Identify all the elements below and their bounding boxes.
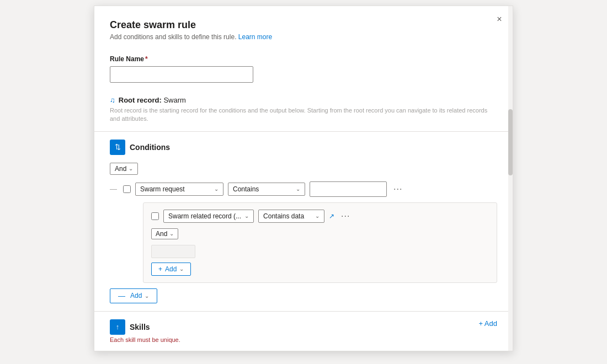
root-record-label: ♫ Root record: Swarm: [110, 96, 497, 104]
swarm-request-field-select[interactable]: Swarm request ⌄: [135, 183, 223, 196]
operator-label: Contains: [233, 185, 259, 193]
skills-icon-box: ↑: [110, 319, 125, 335]
conditions-section: ⇅ Conditions And ⌄ — Swarm request ⌄ Con…: [94, 132, 513, 311]
operator-caret-icon: ⌄: [296, 186, 300, 192]
conditions-icon-box: ⇅: [110, 140, 125, 155]
nested-field-label: Swarm related record (...: [168, 212, 241, 220]
condition-value-input[interactable]: [310, 181, 387, 197]
conditions-icon: ⇅: [115, 143, 121, 151]
nested-operator-select[interactable]: Contains data ⌄: [258, 210, 324, 223]
root-record-section: ♫ Root record: Swarm Root record is the …: [94, 90, 513, 131]
rule-name-section: Rule Name*: [94, 47, 513, 90]
condition-checkbox[interactable]: [123, 185, 131, 193]
root-record-icon: ♫: [110, 96, 115, 104]
and-dropdown[interactable]: And ⌄: [110, 163, 138, 175]
skills-title: ↑ Skills: [110, 319, 180, 335]
modal-dialog: × Create swarm rule Add conditions and s…: [94, 6, 513, 351]
modal-title: Create swarm rule: [110, 19, 497, 31]
and-caret-icon: ⌄: [129, 165, 133, 172]
rule-name-input[interactable]: [110, 66, 253, 83]
learn-more-link[interactable]: Learn more: [238, 33, 272, 41]
nested-value-input[interactable]: [151, 245, 195, 258]
root-record-description: Root record is the starting record for t…: [110, 106, 497, 124]
expand-icon[interactable]: ↗: [329, 212, 334, 220]
nested-field-select[interactable]: Swarm related record (... ⌄: [163, 210, 254, 223]
add-btn-row: — Add ⌄: [110, 288, 497, 303]
and-label: And: [115, 165, 126, 173]
add-skill-button[interactable]: + Add: [478, 319, 497, 328]
skills-icon: ↑: [116, 323, 120, 331]
nested-empty-row: [151, 245, 489, 258]
nested-row-more-button[interactable]: ···: [339, 210, 352, 222]
condition-row: — Swarm request ⌄ Contains ⌄ ···: [110, 181, 497, 197]
close-button[interactable]: ×: [492, 12, 507, 27]
nested-condition-row: Swarm related record (... ⌄ Contains dat…: [151, 210, 489, 223]
modal-header: Create swarm rule Add conditions and ski…: [94, 6, 513, 47]
nested-operator-caret-icon: ⌄: [315, 213, 320, 219]
scrollbar-track[interactable]: [508, 6, 513, 351]
nested-add-button[interactable]: + Add ⌄: [151, 263, 191, 276]
modal-overlay: × Create swarm rule Add conditions and s…: [0, 0, 607, 364]
swarm-request-field-label: Swarm request: [140, 185, 185, 193]
add-condition-button[interactable]: — Add ⌄: [110, 288, 157, 303]
skills-info: ↑ Skills Each skill must be unique.: [110, 319, 180, 343]
add-dash-icon: —: [118, 292, 125, 300]
required-indicator: *: [145, 55, 148, 63]
field-caret-icon: ⌄: [214, 186, 219, 192]
nested-checkbox[interactable]: [151, 212, 159, 220]
skills-subtitle: Each skill must be unique.: [110, 336, 180, 343]
plus-icon: +: [158, 265, 162, 273]
nested-condition-block: Swarm related record (... ⌄ Contains dat…: [143, 202, 497, 283]
nested-operator-label: Contains data: [263, 212, 304, 220]
conditions-title: Conditions: [130, 143, 170, 152]
conditions-header: ⇅ Conditions: [110, 140, 497, 155]
skills-section: ↑ Skills Each skill must be unique. + Ad…: [94, 311, 513, 351]
nested-and-caret-icon: ⌄: [169, 231, 174, 237]
nested-field-caret-icon: ⌄: [244, 213, 249, 219]
condition-row-more-button[interactable]: ···: [391, 183, 404, 195]
nested-and-dropdown[interactable]: And ⌄: [151, 228, 178, 239]
condition-dash: —: [110, 185, 119, 193]
add-caret-icon: ⌄: [145, 293, 149, 299]
rule-name-label: Rule Name*: [110, 55, 497, 63]
operator-select[interactable]: Contains ⌄: [228, 183, 305, 196]
modal-subtitle: Add conditions and skills to define this…: [110, 33, 497, 41]
nested-and-label: And: [156, 230, 167, 238]
scrollbar-thumb[interactable]: [508, 109, 513, 175]
nested-add-caret-icon: ⌄: [179, 266, 184, 272]
nested-add-btn-row: + Add ⌄: [151, 263, 489, 276]
